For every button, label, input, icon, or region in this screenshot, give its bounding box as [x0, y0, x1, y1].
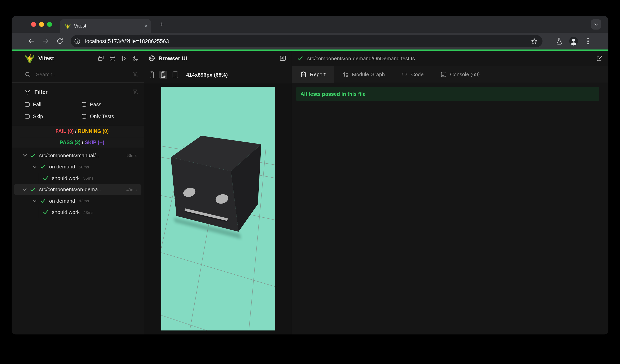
chevron-down-icon: [594, 22, 598, 27]
tab-label: Report: [310, 72, 326, 77]
vitest-logo-icon: [25, 53, 35, 63]
collapse-panels-icon[interactable]: [98, 55, 104, 61]
viewport-size-label[interactable]: 414x896px (68%): [186, 72, 228, 78]
fail-count: FAIL (0): [56, 129, 74, 134]
filter-checkbox-pass[interactable]: Pass: [82, 101, 139, 107]
pass-check-icon: [297, 55, 303, 61]
pass-check-icon: [30, 152, 36, 159]
report-header: src/components/on-demand/OnDemand.test.t…: [292, 51, 608, 66]
test-suite-row[interactable]: on demand 43ms: [14, 195, 141, 206]
all-tests-passed-banner: All tests passed in this file: [296, 87, 599, 101]
pass-check-icon: [40, 198, 46, 204]
globe-icon: [149, 55, 155, 61]
vitest-ui: Vitest Filter: [12, 51, 608, 335]
separator: /: [82, 140, 83, 145]
indent-guide: [29, 195, 29, 218]
clear-filter-icon[interactable]: [133, 89, 139, 95]
browser-toolbar: localhost:5173/#/?file=1828625563: [12, 33, 608, 49]
checkbox-label: Only Tests: [90, 113, 114, 119]
close-window-button[interactable]: [31, 22, 36, 27]
test-file-row-selected[interactable]: src/components/on-dema… 43ms: [14, 184, 141, 195]
filter-checkbox-fail[interactable]: Fail: [25, 101, 82, 107]
tab-code[interactable]: Code: [393, 66, 432, 83]
maximize-window-button[interactable]: [47, 22, 52, 27]
separator: /: [75, 129, 77, 134]
forward-button[interactable]: [42, 38, 49, 45]
test-case-row[interactable]: should work 43ms: [14, 206, 141, 218]
pass-check-icon: [30, 187, 36, 193]
address-bar[interactable]: localhost:5173/#/?file=1828625563: [71, 35, 542, 47]
theme-moon-icon[interactable]: [133, 55, 139, 61]
dock-panel-right-icon[interactable]: [280, 55, 286, 61]
experiments-flask-icon[interactable]: [556, 38, 563, 45]
filter-funnel-icon: [25, 89, 30, 95]
profile-avatar[interactable]: [569, 36, 578, 46]
test-duration: 55ms: [83, 176, 93, 181]
tab-module-graph[interactable]: Module Graph: [334, 66, 393, 83]
search-input[interactable]: [36, 71, 133, 77]
back-button[interactable]: [28, 38, 35, 45]
filter-checkbox-only-tests[interactable]: Only Tests: [82, 113, 139, 119]
tab-label: Module Graph: [352, 72, 385, 77]
minimize-window-button[interactable]: [39, 22, 44, 27]
tab-label: Code: [411, 72, 424, 77]
traffic-lights: [31, 22, 52, 27]
console-icon: [440, 72, 446, 77]
url-text[interactable]: localhost:5173/#/?file=1828625563: [85, 38, 531, 44]
test-label: should work: [52, 209, 80, 215]
indent-guide: [29, 161, 29, 184]
filter-options: Fail Pass Skip Only Tests: [25, 101, 139, 119]
chevron-down-icon[interactable]: [22, 186, 28, 193]
filter-title: Filter: [34, 89, 133, 95]
test-summary: FAIL (0) / RUNNING (0) PASS (2) / SKIP (…: [12, 126, 144, 148]
test-case-row[interactable]: should work 55ms: [14, 173, 141, 184]
new-tab-button[interactable]: +: [158, 20, 166, 28]
filter-checkbox-skip[interactable]: Skip: [25, 113, 82, 119]
reload-button[interactable]: [56, 38, 63, 45]
bookmark-star-icon[interactable]: [531, 38, 538, 44]
indent-guide: [39, 207, 39, 218]
report-panel: src/components/on-demand/OnDemand.test.t…: [292, 51, 608, 335]
banner-text: All tests passed in this file: [300, 91, 366, 97]
open-external-icon[interactable]: [596, 55, 603, 61]
test-label: on demand: [49, 164, 75, 170]
run-all-icon[interactable]: [121, 55, 127, 61]
chevron-down-icon[interactable]: [31, 164, 38, 170]
close-tab-icon[interactable]: ×: [144, 23, 147, 29]
robot-cube-scene: [161, 87, 275, 331]
clear-filter-icon[interactable]: [133, 71, 139, 77]
viewport-toolbar: 414x896px (68%): [144, 66, 292, 83]
test-preview-iframe[interactable]: [161, 87, 275, 331]
filter-section: Filter Fail Pass: [12, 83, 144, 126]
test-label: on demand: [49, 198, 75, 204]
test-duration: 43ms: [79, 199, 89, 203]
chevron-down-icon[interactable]: [22, 152, 28, 159]
site-info-icon[interactable]: [72, 36, 82, 46]
app-title: Vitest: [38, 55, 92, 61]
panel-title: Browser UI: [159, 55, 280, 61]
test-file-row[interactable]: src/components/manual/… 56ms: [14, 150, 141, 161]
chevron-down-icon[interactable]: [31, 198, 38, 204]
test-suite-row[interactable]: on demand 56ms: [14, 161, 141, 173]
checkbox-label: Pass: [90, 101, 101, 107]
browser-menu-icon[interactable]: [585, 38, 591, 45]
sidebar: Vitest Filter: [12, 51, 144, 335]
tab-console[interactable]: Console (69): [432, 66, 488, 83]
test-duration: 56ms: [79, 164, 89, 169]
tab-search-button[interactable]: [591, 19, 601, 29]
test-label: src/components/manual/…: [39, 152, 101, 159]
dashboard-icon[interactable]: [109, 55, 115, 61]
browser-tab[interactable]: Vitest ×: [60, 19, 151, 33]
test-label: should work: [52, 175, 80, 181]
checkbox-icon: [25, 114, 29, 119]
device-phone-plus-icon-active[interactable]: [159, 71, 167, 79]
device-tablet-icon[interactable]: [172, 71, 178, 78]
browser-ui-panel: Browser UI 414x896px (68%): [144, 51, 292, 335]
device-phone-small-icon[interactable]: [150, 71, 154, 78]
checkbox-label: Skip: [33, 113, 43, 119]
checkbox-icon: [82, 102, 86, 107]
report-content: All tests passed in this file: [292, 83, 608, 335]
browser-window: Vitest × + localhost:5173/#/?file=182862…: [12, 16, 608, 335]
test-label: src/components/on-dema…: [39, 187, 103, 193]
tab-report[interactable]: Report: [292, 66, 334, 83]
